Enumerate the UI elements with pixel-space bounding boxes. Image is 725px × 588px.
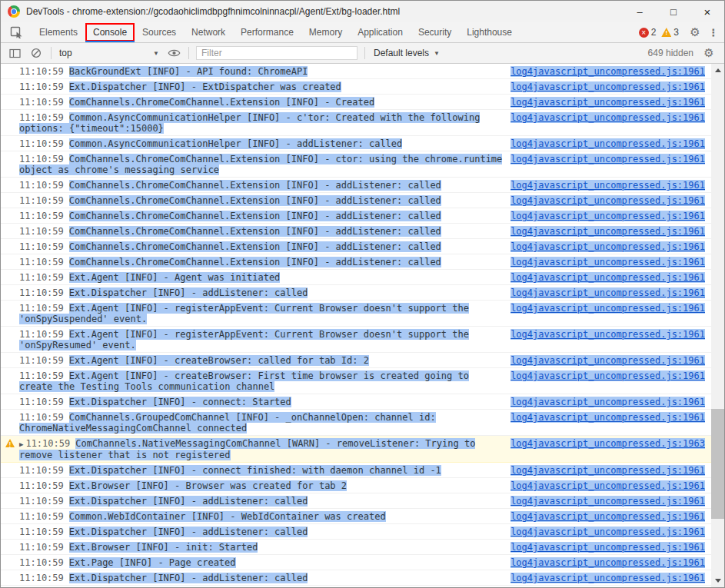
console-log-row[interactable]: 11:10:59Ext.Dispatcher [INFO] - ExtDispa…: [1, 79, 711, 95]
kebab-menu-icon[interactable]: ⋮: [706, 27, 721, 38]
context-selector[interactable]: top ▼: [55, 45, 163, 61]
log-source-link[interactable]: log4javascript_uncompressed.js:1961: [510, 97, 705, 108]
log-message-block: 11:10:59Common.AsyncCommunicationHelper …: [19, 112, 506, 134]
console-log-row[interactable]: 11:10:59Ext.Dispatcher [INFO] - addListe…: [1, 493, 711, 509]
log-source-link[interactable]: log4javascript_uncompressed.js:1961: [510, 241, 705, 252]
console-log-row[interactable]: ! ▶11:10:59ComChannels.NativeMessagingCo…: [1, 436, 711, 463]
tab-console[interactable]: Console: [85, 22, 135, 42]
console-log-row[interactable]: 11:10:59Common.WebIdContainer [INFO] - W…: [1, 509, 711, 524]
console-log-row[interactable]: 11:10:59Ext.Agent [INFO] - registerAppEv…: [1, 327, 711, 353]
tab-label: Console: [93, 27, 127, 38]
tab-performance[interactable]: Performance: [233, 22, 301, 42]
log-source-link[interactable]: log4javascript_uncompressed.js:1961: [510, 180, 705, 191]
console-log-row[interactable]: 11:10:59Ext.Dispatcher [INFO] - addListe…: [1, 524, 711, 540]
console-sidebar-icon[interactable]: [4, 48, 25, 58]
log-source-link[interactable]: log4javascript_uncompressed.js:1961: [510, 573, 705, 583]
error-count-badge[interactable]: × 2: [639, 27, 657, 38]
console-log-row[interactable]: 11:10:59ComChannels.ChromeComChannel.Ext…: [1, 239, 711, 254]
log-source-link[interactable]: log4javascript_uncompressed.js:1961: [510, 138, 705, 149]
console-log-row[interactable]: 11:10:59Ext.Agent [INFO] - createBrowser…: [1, 353, 711, 368]
console-log-row[interactable]: 11:10:59Ext.Dispatcher [INFO] - addListe…: [1, 570, 711, 586]
log-source-link[interactable]: log4javascript_uncompressed.js:1961: [510, 355, 705, 366]
log-source-link[interactable]: log4javascript_uncompressed.js:1961: [510, 397, 705, 407]
console-log-row[interactable]: 11:10:59BackGroundExt [INFO] - API found…: [1, 64, 711, 79]
log-source-link[interactable]: log4javascript_uncompressed.js:1961: [510, 496, 705, 507]
scrollbar-up-arrow[interactable]: [711, 64, 724, 77]
tab-label: Security: [418, 27, 451, 38]
console-log-row[interactable]: 11:10:59Ext.Dispatcher [INFO] - addListe…: [1, 285, 711, 301]
log-message-block: 11:10:59ComChannels.ChromeComChannel.Ext…: [19, 211, 506, 221]
console-log-row[interactable]: 11:10:59Ext.Dispatcher [INFO] - connect:…: [1, 394, 711, 410]
console-log-row[interactable]: 11:10:59Ext.Agent [INFO] - registerAppEv…: [1, 301, 711, 327]
tab-application[interactable]: Application: [350, 22, 411, 42]
log-source-link[interactable]: log4javascript_uncompressed.js:1961: [510, 272, 705, 283]
log-source-link[interactable]: log4javascript_uncompressed.js:1961: [510, 112, 705, 123]
scrollbar-down-arrow[interactable]: [711, 574, 724, 587]
warning-count-badge[interactable]: ! 3: [661, 27, 679, 38]
console-log-row[interactable]: 11:10:59Ext.Browser [INFO] - init: Start…: [1, 540, 711, 555]
console-log-row[interactable]: 11:10:59Ext.Page [INFO] - Page created l…: [1, 555, 711, 570]
warning-icon: !: [661, 28, 671, 37]
maximize-button[interactable]: □: [657, 1, 690, 22]
tab-network[interactable]: Network: [184, 22, 233, 42]
log-gutter: [1, 272, 19, 273]
console-log-row[interactable]: 11:10:59ComChannels.GroupedComChannel [I…: [1, 410, 711, 436]
console-log-row[interactable]: 11:10:59ComChannels.ChromeComChannel.Ext…: [1, 178, 711, 193]
window-titlebar: DevTools - chrome-extension://gcodaohicl…: [1, 1, 724, 22]
expand-arrow-icon[interactable]: ▶: [19, 440, 23, 448]
console-log-row[interactable]: 11:10:59Common.AsyncCommunicationHelper …: [1, 136, 711, 151]
chevron-down-icon: ▼: [153, 50, 159, 57]
console-log-row[interactable]: 11:10:59ComChannels.ChromeComChannel.Ext…: [1, 224, 711, 239]
log-source-link[interactable]: log4javascript_uncompressed.js:1961: [510, 480, 705, 491]
console-log-row[interactable]: 11:10:59Common.AsyncCommunicationHelper …: [1, 110, 711, 136]
tab-lighthouse[interactable]: Lighthouse: [459, 22, 520, 42]
settings-gear-icon[interactable]: ⚙: [684, 25, 706, 39]
log-source-link[interactable]: log4javascript_uncompressed.js:1961: [510, 226, 705, 237]
log-source-link[interactable]: log4javascript_uncompressed.js:1961: [510, 81, 705, 92]
log-source-link[interactable]: log4javascript_uncompressed.js:1961: [510, 154, 705, 164]
console-log-row[interactable]: 11:10:59ComChannels.ChromeComChannel.Ext…: [1, 193, 711, 208]
window-title: DevTools - chrome-extension://gcodaohicl…: [26, 6, 400, 17]
scrollbar[interactable]: [711, 64, 724, 587]
minimize-button[interactable]: –: [623, 1, 657, 22]
log-source-link[interactable]: log4javascript_uncompressed.js:1961: [510, 527, 705, 537]
tab-memory[interactable]: Memory: [301, 22, 350, 42]
clear-console-icon[interactable]: [25, 48, 47, 58]
scrollbar-thumb[interactable]: [711, 409, 724, 519]
console-log-row[interactable]: 11:10:59Ext.Dispatcher [INFO] - connect …: [1, 463, 711, 478]
log-source-link[interactable]: log4javascript_uncompressed.js:1961: [510, 257, 705, 267]
console-log-row[interactable]: 11:10:59ComChannels.ChromeComChannel.Ext…: [1, 151, 711, 178]
log-source-link[interactable]: log4javascript_uncompressed.js:1961: [510, 211, 705, 221]
log-source-link[interactable]: log4javascript_uncompressed.js:1961: [510, 287, 705, 298]
log-source-link[interactable]: log4javascript_uncompressed.js:1963: [510, 438, 705, 449]
log-source-link[interactable]: log4javascript_uncompressed.js:1961: [510, 542, 705, 553]
log-source-link[interactable]: log4javascript_uncompressed.js:1961: [510, 195, 705, 206]
filter-input[interactable]: [196, 46, 358, 60]
tab-label: Sources: [142, 27, 176, 38]
inspect-element-icon[interactable]: [1, 22, 32, 42]
log-source-link[interactable]: log4javascript_uncompressed.js:1961: [510, 465, 705, 476]
console-log-row[interactable]: 11:10:59Ext.Agent [INFO] - createBrowser…: [1, 368, 711, 394]
console-log-row[interactable]: 11:10:59Ext.Agent [INFO] - Agent was ini…: [1, 270, 711, 285]
console-log-row[interactable]: 11:10:59ComChannels.ChromeComChannel.Ext…: [1, 208, 711, 224]
log-gutter: [1, 303, 19, 304]
log-source-link[interactable]: log4javascript_uncompressed.js:1961: [510, 329, 705, 340]
log-source-link[interactable]: log4javascript_uncompressed.js:1961: [510, 66, 705, 77]
tab-security[interactable]: Security: [411, 22, 459, 42]
log-source: log4javascript_uncompressed.js:1961: [506, 465, 711, 476]
tab-elements[interactable]: Elements: [32, 22, 85, 42]
triangle-up-icon: [715, 68, 721, 72]
log-levels-dropdown[interactable]: Default levels ▼: [369, 48, 444, 58]
log-source-link[interactable]: log4javascript_uncompressed.js:1961: [510, 412, 705, 423]
log-source-link[interactable]: log4javascript_uncompressed.js:1961: [510, 511, 705, 522]
console-settings-gear-icon[interactable]: ⚙: [698, 46, 720, 60]
console-log-row[interactable]: 11:10:59ComChannels.ChromeComChannel.Ext…: [1, 254, 711, 270]
console-log-row[interactable]: 11:10:59ComChannels.ChromeComChannel.Ext…: [1, 95, 711, 110]
log-source-link[interactable]: log4javascript_uncompressed.js:1961: [510, 557, 705, 568]
close-button[interactable]: ×: [690, 1, 724, 22]
console-log-row[interactable]: 11:10:59Ext.Browser [INFO] - Browser was…: [1, 478, 711, 493]
tab-sources[interactable]: Sources: [135, 22, 184, 42]
live-expression-eye-icon[interactable]: [163, 48, 185, 58]
log-source-link[interactable]: log4javascript_uncompressed.js:1961: [510, 370, 705, 381]
log-source-link[interactable]: log4javascript_uncompressed.js:1961: [510, 303, 705, 314]
